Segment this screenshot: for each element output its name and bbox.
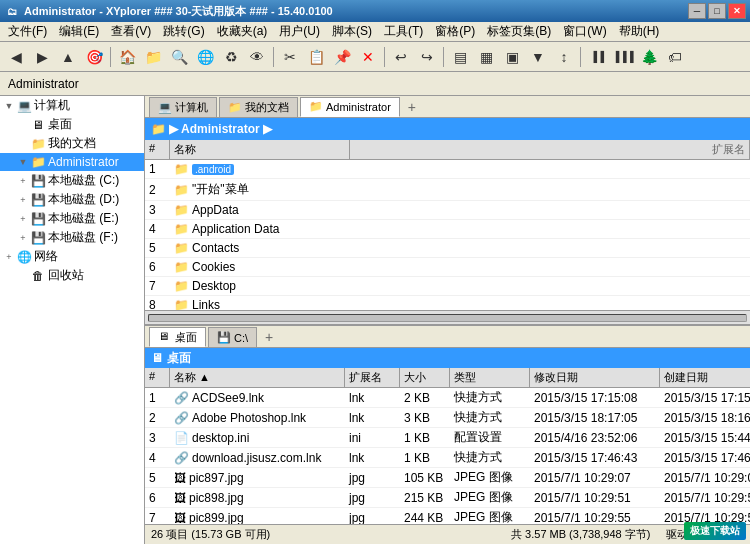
bottom-file-row[interactable]: 4🔗download.jisusz.com.lnklnk1 KB快捷方式2015… [145, 448, 750, 468]
header-num[interactable]: # [145, 140, 170, 159]
top-file-row[interactable]: 8 📁 Links [145, 296, 750, 310]
delete-button[interactable]: ✕ [356, 45, 380, 69]
bottom-file-row[interactable]: 5🖼pic897.jpgjpg105 KBJPEG 图像2015/7/1 10:… [145, 468, 750, 488]
menu-item-W[interactable]: 窗口(W) [557, 21, 612, 42]
tree-button[interactable]: 🌲 [637, 45, 661, 69]
top-tab-add[interactable]: + [402, 97, 422, 117]
view1-button[interactable]: ▤ [448, 45, 472, 69]
top-hscroll-track[interactable] [148, 314, 747, 322]
up-button[interactable]: ▲ [56, 45, 80, 69]
view3-button[interactable]: ▣ [500, 45, 524, 69]
bottom-header-created[interactable]: 创建日期 [660, 368, 750, 387]
header-name[interactable]: 名称 [170, 140, 350, 159]
expand-icon-computer[interactable]: ▼ [2, 101, 16, 111]
view2-button[interactable]: ▦ [474, 45, 498, 69]
undo-button[interactable]: ↩ [389, 45, 413, 69]
close-button[interactable]: ✕ [728, 3, 746, 19]
top-scrollbar[interactable] [145, 310, 750, 324]
bottom-header-size[interactable]: 大小 [400, 368, 450, 387]
sidebar-item-desktop[interactable]: 🖥 桌面 [0, 115, 144, 134]
top-file-row[interactable]: 5 📁 Contacts [145, 239, 750, 258]
menu-item-G[interactable]: 跳转(G) [157, 21, 210, 42]
top-file-row[interactable]: 1 📁 .android [145, 160, 750, 179]
bottom-tab-add[interactable]: + [259, 327, 279, 347]
menu-item-F[interactable]: 文件(F) [2, 21, 53, 42]
menu-item-P[interactable]: 窗格(P) [429, 21, 481, 42]
folder-button[interactable]: 📁 [141, 45, 165, 69]
back-button[interactable]: ◀ [4, 45, 28, 69]
address-bar: Administrator [0, 72, 750, 96]
home-button[interactable]: 🏠 [115, 45, 139, 69]
icon-computer: 💻 [16, 98, 32, 114]
bottom-file-row[interactable]: 7🖼pic899.jpgjpg244 KBJPEG 图像2015/7/1 10:… [145, 508, 750, 524]
minimize-button[interactable]: ─ [688, 3, 706, 19]
expand-icon-driveF[interactable]: + [16, 233, 30, 243]
top-file-list[interactable]: # 名称 扩展名 1 📁 .android 2 📁 "开始"菜单 3 📁 App… [145, 140, 750, 310]
expand-icon-driveC[interactable]: + [16, 176, 30, 186]
top-file-row[interactable]: 3 📁 AppData [145, 201, 750, 220]
filter-button[interactable]: ▼ [526, 45, 550, 69]
bottom-header-modified[interactable]: 修改日期 [530, 368, 660, 387]
sidebar-item-driveF[interactable]: + 💾 本地磁盘 (F:) [0, 228, 144, 247]
menu-item-U[interactable]: 用户(U) [273, 21, 326, 42]
sidebar-item-computer[interactable]: ▼ 💻 计算机 [0, 96, 144, 115]
top-tab-administrator[interactable]: 📁Administrator [300, 97, 400, 117]
sidebar-item-driveE[interactable]: + 💾 本地磁盘 (E:) [0, 209, 144, 228]
bottom-tab-desktop[interactable]: 🖥桌面 [149, 327, 206, 347]
preview-button[interactable]: 👁 [245, 45, 269, 69]
bottom-file-row[interactable]: 6🖼pic898.jpgjpg215 KBJPEG 图像2015/7/1 10:… [145, 488, 750, 508]
expand-icon-admin[interactable]: ▼ [16, 157, 30, 167]
sidebar-item-admin[interactable]: ▼ 📁 Administrator [0, 153, 144, 171]
paste-button[interactable]: 📌 [330, 45, 354, 69]
target-button[interactable]: 🎯 [82, 45, 106, 69]
top-tab-computer[interactable]: 💻计算机 [149, 97, 217, 117]
menu-item-H[interactable]: 帮助(H) [613, 21, 666, 42]
label-network: 网络 [34, 248, 58, 265]
top-file-row[interactable]: 6 📁 Cookies [145, 258, 750, 277]
expand-icon-network[interactable]: + [2, 252, 16, 262]
menu-item-a[interactable]: 收藏夹(a) [211, 21, 274, 42]
refresh-button[interactable]: ♻ [219, 45, 243, 69]
copy-button[interactable]: 📋 [304, 45, 328, 69]
bottom-file-row[interactable]: 2🔗Adobe Photoshop.lnklnk3 KB快捷方式2015/3/1… [145, 408, 750, 428]
menu-item-T[interactable]: 工具(T) [378, 21, 429, 42]
expand-icon-driveE[interactable]: + [16, 214, 30, 224]
forward-button[interactable]: ▶ [30, 45, 54, 69]
search-button[interactable]: 🔍 [167, 45, 191, 69]
top-file-row[interactable]: 4 📁 Application Data [145, 220, 750, 239]
bottom-tab-c[interactable]: 💾C:\ [208, 327, 257, 347]
cut-button[interactable]: ✂ [278, 45, 302, 69]
bottom-header-name[interactable]: 名称 ▲ [170, 368, 345, 387]
sidebar-item-driveD[interactable]: + 💾 本地磁盘 (D:) [0, 190, 144, 209]
icon-desktop: 🖥 [30, 117, 46, 133]
tag-button[interactable]: 🏷 [663, 45, 687, 69]
file-ext [350, 304, 750, 306]
menu-item-V[interactable]: 查看(V) [105, 21, 157, 42]
menu-item-B[interactable]: 标签页集(B) [481, 21, 557, 42]
bottom-header-num[interactable]: # [145, 368, 170, 387]
explore-button[interactable]: 🌐 [193, 45, 217, 69]
bottom-file-list[interactable]: #名称 ▲扩展名大小类型修改日期创建日期 1🔗ACDSee9.lnklnk2 K… [145, 368, 750, 524]
ext-label: 扩展名 [712, 142, 745, 157]
bottom-header-ext[interactable]: 扩展名 [345, 368, 400, 387]
expand-icon-driveD[interactable]: + [16, 195, 30, 205]
cols1-button[interactable]: ▐▐ [585, 45, 609, 69]
redo-button[interactable]: ↪ [415, 45, 439, 69]
bottom-file-row[interactable]: 1🔗ACDSee9.lnklnk2 KB快捷方式2015/3/15 17:15:… [145, 388, 750, 408]
bottom-cell-num: 6 [145, 490, 170, 506]
bottom-file-row[interactable]: 3📄desktop.iniini1 KB配置设置2015/4/16 23:52:… [145, 428, 750, 448]
sidebar-item-recycle[interactable]: 🗑 回收站 [0, 266, 144, 285]
menu-item-S[interactable]: 脚本(S) [326, 21, 378, 42]
sep4 [443, 47, 444, 67]
bottom-header-type[interactable]: 类型 [450, 368, 530, 387]
menu-item-E[interactable]: 编辑(E) [53, 21, 105, 42]
sort-button[interactable]: ↕ [552, 45, 576, 69]
cols2-button[interactable]: ▐▐▐ [611, 45, 635, 69]
top-tab-mydocs[interactable]: 📁我的文档 [219, 97, 298, 117]
sidebar-item-mydocs[interactable]: 📁 我的文档 [0, 134, 144, 153]
top-file-row[interactable]: 2 📁 "开始"菜单 [145, 179, 750, 201]
sidebar-item-driveC[interactable]: + 💾 本地磁盘 (C:) [0, 171, 144, 190]
maximize-button[interactable]: □ [708, 3, 726, 19]
top-file-row[interactable]: 7 📁 Desktop [145, 277, 750, 296]
sidebar-item-network[interactable]: + 🌐 网络 [0, 247, 144, 266]
